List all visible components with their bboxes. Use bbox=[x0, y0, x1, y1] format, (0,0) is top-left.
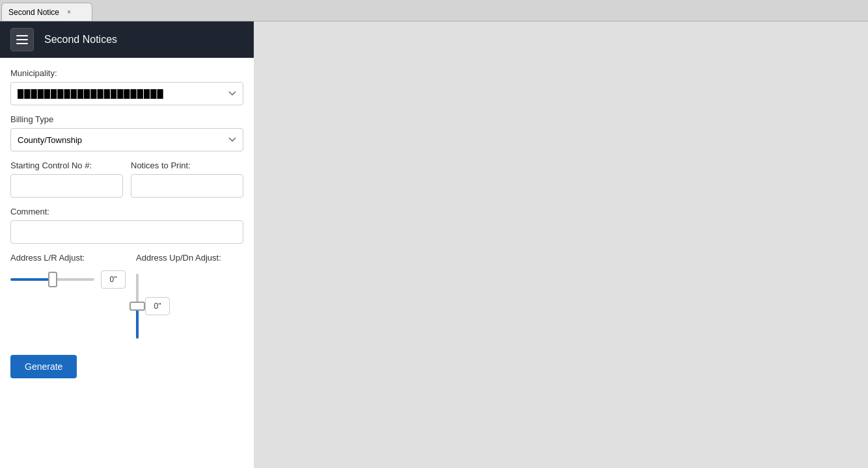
comment-label: Comment: bbox=[10, 207, 243, 216]
notices-to-print-group: Notices to Print: bbox=[131, 161, 243, 198]
tab-label: Second Notice bbox=[8, 8, 59, 17]
starting-control-group: Starting Control No #: bbox=[10, 161, 123, 198]
browser-tab[interactable]: Second Notice × bbox=[1, 3, 92, 21]
notices-to-print-input[interactable] bbox=[131, 174, 243, 198]
two-col-row: Starting Control No #: Notices to Print: bbox=[10, 161, 243, 207]
close-icon: × bbox=[67, 8, 71, 16]
address-ud-label: Address Up/Dn Adjust: bbox=[136, 253, 243, 263]
right-panel bbox=[254, 21, 868, 468]
hamburger-line-1 bbox=[16, 35, 28, 36]
hamburger-line-3 bbox=[16, 43, 28, 44]
address-ud-slider-container: 0" bbox=[136, 270, 243, 342]
address-lr-label: Address L/R Adjust: bbox=[10, 253, 126, 263]
form-content: Municipality: ██████████████████████ Bil… bbox=[0, 58, 254, 468]
municipality-select[interactable]: ██████████████████████ bbox=[10, 82, 243, 105]
billing-type-label: Billing Type bbox=[10, 114, 243, 124]
panel-title: Second Notices bbox=[44, 34, 117, 46]
address-lr-slider[interactable] bbox=[10, 278, 94, 281]
hamburger-line-2 bbox=[16, 39, 28, 40]
tab-bar: Second Notice × bbox=[0, 0, 868, 21]
starting-control-input[interactable] bbox=[10, 174, 123, 198]
sliders-row: Address L/R Adjust: 0" Address Up/Dn Adj… bbox=[10, 253, 243, 342]
address-ud-value: 0" bbox=[145, 297, 170, 315]
starting-control-label: Starting Control No #: bbox=[10, 161, 123, 170]
left-panel: Second Notices Municipality: ███████████… bbox=[0, 21, 254, 468]
billing-type-select[interactable]: County/Township City Borough bbox=[10, 128, 243, 151]
address-lr-value: 0" bbox=[101, 270, 126, 289]
comment-group: Comment: bbox=[10, 207, 243, 244]
panel-header: Second Notices bbox=[0, 21, 254, 58]
tab-close-button[interactable]: × bbox=[64, 8, 74, 17]
address-ud-group: Address Up/Dn Adjust: 0" bbox=[136, 253, 243, 342]
notices-to-print-label: Notices to Print: bbox=[131, 161, 243, 170]
billing-type-group: Billing Type County/Township City Boroug… bbox=[10, 114, 243, 151]
comment-input[interactable] bbox=[10, 220, 243, 244]
address-ud-slider[interactable] bbox=[136, 274, 139, 339]
municipality-group: Municipality: ██████████████████████ bbox=[10, 68, 243, 105]
generate-button[interactable]: Generate bbox=[10, 355, 77, 378]
address-lr-slider-container: 0" bbox=[10, 270, 126, 289]
hamburger-button[interactable] bbox=[10, 28, 34, 51]
main-layout: Second Notices Municipality: ███████████… bbox=[0, 21, 868, 468]
municipality-label: Municipality: bbox=[10, 68, 243, 78]
address-lr-group: Address L/R Adjust: 0" bbox=[10, 253, 126, 289]
address-ud-slider-wrapper bbox=[136, 270, 139, 342]
